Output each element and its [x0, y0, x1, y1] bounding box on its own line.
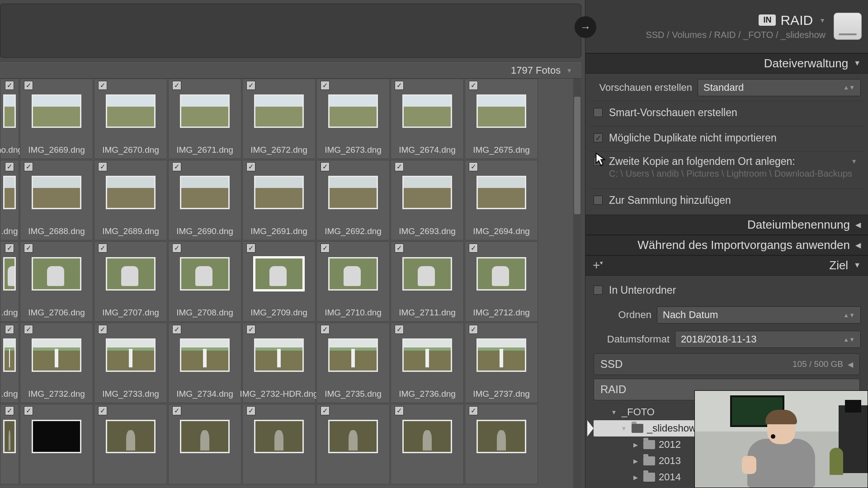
thumbnail-cell[interactable]: ✓ .dng — [0, 323, 19, 403]
plus-icon[interactable]: +▾ — [593, 258, 603, 272]
thumbnail-cell[interactable]: ✓ IMG_2690.dng — [168, 160, 241, 240]
thumbnail-cell[interactable]: ✓ IMG_2708.dng — [168, 241, 241, 322]
thumbnail-cell[interactable]: ✓ — [316, 404, 390, 484]
checkbox-checked-icon[interactable]: ✓ — [24, 406, 33, 415]
build-previews-select[interactable]: Standard ▲▼ — [698, 79, 861, 96]
checkbox-checked-icon[interactable]: ✓ — [395, 162, 404, 171]
vertical-scrollbar[interactable] — [573, 79, 581, 488]
into-subfolder-row[interactable]: In Unterordner — [590, 278, 863, 302]
checkbox-checked-icon[interactable]: ✓ — [246, 81, 255, 90]
thumbnail-cell[interactable]: ✓ IMG_2735.dng — [316, 323, 390, 403]
thumbnail-cell[interactable]: ✓ IMG_2671.dng — [168, 79, 241, 159]
thumbnail-cell[interactable]: ✓ IMG_2706.dng — [20, 241, 93, 322]
checkbox-checked-icon[interactable]: ✓ — [5, 325, 14, 334]
chevron-down-icon[interactable]: ▼ — [851, 158, 857, 165]
checkbox-checked-icon[interactable]: ✓ — [172, 244, 181, 253]
thumbnail-cell[interactable]: ✓ — [94, 404, 167, 484]
checkbox-checked-icon[interactable]: ✓ — [98, 162, 107, 171]
thumbnail-cell[interactable]: ✓ — [168, 404, 241, 484]
thumbnail-cell[interactable]: ✓ IMG_2692.dng — [316, 160, 390, 240]
checkbox-checked-icon[interactable]: ✓ — [172, 81, 181, 90]
checkbox-checked-icon[interactable]: ✓ — [321, 244, 330, 253]
checkbox-icon[interactable] — [594, 108, 603, 117]
checkbox-checked-icon[interactable]: ✓ — [321, 406, 330, 415]
checkbox-checked-icon[interactable]: ✓ — [321, 162, 330, 171]
section-destination[interactable]: +▾ Ziel ▼ — [585, 255, 868, 276]
smart-previews-row[interactable]: Smart-Vorschauen erstellen — [590, 101, 863, 124]
disclosure-open-icon[interactable]: ▼ — [610, 409, 618, 416]
checkbox-checked-icon[interactable]: ✓ — [246, 244, 255, 253]
section-file-handling[interactable]: Dateiverwaltung ▼ — [585, 53, 868, 74]
thumbnail-cell[interactable]: ✓ IMG_2732-HDR.dng — [242, 323, 316, 403]
checkbox-icon[interactable] — [594, 196, 603, 205]
checkbox-checked-icon[interactable]: ✓ — [24, 81, 33, 90]
checkbox-checked-icon[interactable] — [594, 133, 603, 142]
thumbnail-cell[interactable]: ✓ IMG_2688.dng — [20, 160, 93, 240]
thumbnail-cell[interactable]: ✓ IMG_2673.dng — [316, 79, 390, 159]
checkbox-checked-icon[interactable]: ✓ — [98, 244, 107, 253]
checkbox-checked-icon[interactable]: ✓ — [469, 162, 478, 171]
no-duplicates-row[interactable]: Mögliche Duplikate nicht importieren — [590, 126, 863, 150]
thumbnail-cell[interactable]: ✓ IMG_2691.dng — [242, 160, 316, 240]
thumbnail-cell[interactable]: ✓ IMG_2732.dng — [20, 323, 93, 403]
thumbnail-cell[interactable]: ✓ IMG_2733.dng — [94, 323, 167, 403]
thumbnail-cell[interactable]: ✓ — [0, 404, 19, 484]
thumbnail-cell[interactable]: ✓ IMG_2694.dng — [465, 160, 538, 240]
checkbox-checked-icon[interactable]: ✓ — [172, 325, 181, 334]
thumbnail-cell[interactable]: ✓ IMG_2736.dng — [391, 323, 464, 403]
checkbox-checked-icon[interactable]: ✓ — [469, 81, 478, 90]
section-file-renaming[interactable]: Dateiumbenennung ◀ — [585, 215, 868, 235]
photo-count-bar[interactable]: 1797 Fotos ▼ — [0, 62, 581, 79]
thumbnail-cell[interactable]: ✓ IMG_2711.dng — [391, 241, 464, 322]
thumbnail-cell[interactable]: ✓ .dng — [0, 160, 19, 240]
thumbnail-cell[interactable]: ✓ IMG_2674.dng — [391, 79, 464, 159]
checkbox-checked-icon[interactable]: ✓ — [24, 244, 33, 253]
thumbnail-cell[interactable]: ✓ — [391, 404, 464, 484]
thumbnail-cell[interactable]: ✓ IMG_2712.dng — [465, 241, 538, 322]
second-copy-row[interactable]: Zweite Kopie an folgendem Ort anlegen: ▼… — [590, 151, 863, 187]
thumbnail-cell[interactable]: ✓ IMG_2693.dng — [391, 160, 464, 240]
checkbox-checked-icon[interactable]: ✓ — [98, 81, 107, 90]
checkbox-checked-icon[interactable]: ✓ — [469, 325, 478, 334]
checkbox-checked-icon[interactable]: ✓ — [5, 81, 14, 90]
thumbnail-cell[interactable]: ✓ .dng — [0, 241, 19, 322]
checkbox-checked-icon[interactable]: ✓ — [98, 406, 107, 415]
checkbox-icon[interactable] — [594, 157, 603, 166]
checkbox-icon[interactable] — [594, 286, 603, 295]
disclosure-closed-icon[interactable]: ▶ — [632, 474, 640, 481]
checkbox-checked-icon[interactable]: ✓ — [246, 325, 255, 334]
organize-select[interactable]: Nach Datum ▲▼ — [657, 306, 861, 324]
thumbnails-viewport[interactable]: ✓ no.dng✓ IMG_2669.dng✓ IMG_2670.dng✓ IM… — [0, 79, 581, 488]
checkbox-checked-icon[interactable]: ✓ — [395, 81, 404, 90]
thumbnail-cell[interactable]: ✓ IMG_2689.dng — [94, 160, 167, 240]
thumbnail-cell[interactable]: ✓ IMG_2710.dng — [316, 241, 390, 322]
section-apply-during-import[interactable]: Während des Importvorgangs anwenden ◀ — [585, 235, 868, 255]
checkbox-checked-icon[interactable]: ✓ — [246, 406, 255, 415]
checkbox-checked-icon[interactable]: ✓ — [172, 162, 181, 171]
thumbnail-cell[interactable]: ✓ IMG_2709.dng — [242, 241, 316, 322]
thumbnail-cell[interactable]: ✓ IMG_2670.dng — [94, 79, 167, 159]
checkbox-checked-icon[interactable]: ✓ — [469, 244, 478, 253]
disclosure-open-icon[interactable]: ▼ — [620, 425, 628, 432]
scrollbar-thumb[interactable] — [574, 97, 580, 214]
thumbnail-cell[interactable]: ✓ IMG_2707.dng — [94, 241, 167, 322]
thumbnail-cell[interactable]: ✓ IMG_2734.dng — [168, 323, 241, 403]
thumbnail-cell[interactable]: ✓ no.dng — [0, 79, 19, 159]
checkbox-checked-icon[interactable]: ✓ — [24, 162, 33, 171]
checkbox-checked-icon[interactable]: ✓ — [395, 244, 404, 253]
thumbnail-cell[interactable]: ✓ — [465, 404, 538, 484]
checkbox-checked-icon[interactable]: ✓ — [24, 325, 33, 334]
checkbox-checked-icon[interactable]: ✓ — [469, 406, 478, 415]
checkbox-checked-icon[interactable]: ✓ — [321, 325, 330, 334]
thumbnail-cell[interactable]: ✓ IMG_2672.dng — [242, 79, 316, 159]
checkbox-checked-icon[interactable]: ✓ — [395, 325, 404, 334]
checkbox-checked-icon[interactable]: ✓ — [395, 406, 404, 415]
disclosure-closed-icon[interactable]: ▶ — [632, 458, 640, 465]
thumbnail-cell[interactable]: ✓ IMG_2737.dng — [465, 323, 538, 403]
dateformat-select[interactable]: 2018/2018-11-13 ▲▼ — [675, 331, 861, 348]
checkbox-checked-icon[interactable]: ✓ — [98, 325, 107, 334]
disclosure-closed-icon[interactable]: ▶ — [632, 441, 640, 448]
add-to-collection-row[interactable]: Zur Sammlung hinzufügen — [590, 188, 863, 212]
disk-ssd[interactable]: SSD 105 / 500 GB ◀ — [594, 353, 860, 375]
checkbox-checked-icon[interactable]: ✓ — [5, 162, 14, 171]
